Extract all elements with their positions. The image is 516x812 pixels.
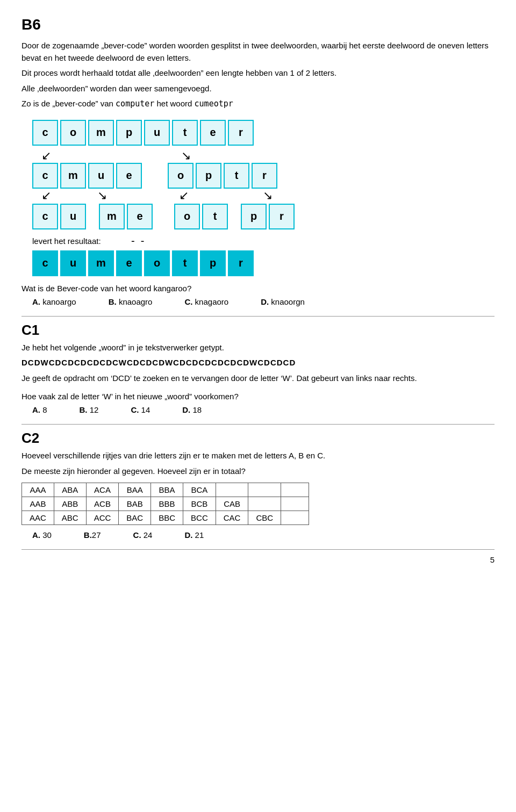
lr3d-r: r xyxy=(269,204,295,229)
lr1-o: o xyxy=(60,120,86,146)
lr2b-r: r xyxy=(252,163,277,189)
table-cell: CBC xyxy=(248,511,281,525)
lr3c-o: o xyxy=(174,204,200,229)
table-row: AAA ABA ACA BAA BBA BCA xyxy=(22,483,309,497)
opt-c1-d: D. 18 xyxy=(182,405,202,414)
lr2b-t: t xyxy=(224,163,249,189)
res-u: u xyxy=(60,250,86,276)
lr2b-o: o xyxy=(168,163,194,189)
table-cell: ACB xyxy=(86,497,119,511)
opt-c2-d: D. 21 xyxy=(184,530,204,540)
opt-c2-a: A. 30 xyxy=(32,530,52,540)
opt-c2-c: C. 24 xyxy=(133,530,153,540)
lr2b-p: p xyxy=(196,163,221,189)
c1-intro: Je hebt het volgende „woord” in je tekst… xyxy=(22,342,494,354)
lr1-e: e xyxy=(200,120,226,146)
table-cell: CAB xyxy=(216,497,248,511)
table-cell: BAC xyxy=(119,511,151,525)
lr2a-c: c xyxy=(32,163,58,189)
lr3b-m: m xyxy=(99,204,125,229)
lr1-t: t xyxy=(172,120,198,146)
c1-task: Je geeft de opdracht om ‘DCD’ te zoeken … xyxy=(22,372,494,385)
res-c: c xyxy=(32,250,58,276)
options-c1: A. 8 B. 12 C. 14 D. 18 xyxy=(32,405,494,414)
options-b6: A. kanoargo B. knaoagro C. knagaoro D. k… xyxy=(32,297,494,306)
divider-c1 xyxy=(22,316,494,317)
table-cell xyxy=(281,497,309,511)
c2-intro: Hoeveel verschillende rijtjes van drie l… xyxy=(22,450,494,462)
lr2a-m: m xyxy=(60,163,86,189)
opt-b6-a: A. kanoargo xyxy=(32,297,76,306)
table-cell xyxy=(248,497,281,511)
lr3c-t: t xyxy=(202,204,228,229)
c1-question: Hoe vaak zal de letter ‘W’ in het nieuwe… xyxy=(22,392,494,401)
res-o: o xyxy=(144,250,170,276)
table-cell: AAA xyxy=(22,483,54,497)
table-cell: ABB xyxy=(54,497,86,511)
lr1-p: p xyxy=(116,120,142,146)
table-cell: AAB xyxy=(22,497,54,511)
result-row: levert het resultaat: - - xyxy=(32,235,494,247)
table-cell: ABA xyxy=(54,483,86,497)
lr2a-u: u xyxy=(88,163,114,189)
diagram-row3b: m e xyxy=(99,204,153,229)
diagram-row3d: p r xyxy=(241,204,295,229)
lr1-u: u xyxy=(144,120,170,146)
table-row: AAC ABC ACC BAC BBC BCC CAC CBC xyxy=(22,511,309,525)
table-cell: BBA xyxy=(151,483,183,497)
table-row: AAB ABB ACB BAB BBB BCB CAB xyxy=(22,497,309,511)
opt-c1-a: A. 8 xyxy=(32,405,47,414)
bever-diagram: c o m p u t e r ↙ ↘ c m u e o p xyxy=(32,120,494,276)
opt-c1-b: B. 12 xyxy=(80,405,99,414)
lr2a-e: e xyxy=(116,163,142,189)
c2-sub: De meeste zijn hieronder al gegeven. Hoe… xyxy=(22,465,494,478)
divider-bottom xyxy=(22,549,494,550)
table-cell xyxy=(248,483,281,497)
lr3b-e: e xyxy=(127,204,153,229)
res-m: m xyxy=(88,250,114,276)
table-cell: BAB xyxy=(119,497,151,511)
lr1-c: c xyxy=(32,120,58,146)
table-cell xyxy=(281,483,309,497)
lr3a-u: u xyxy=(60,204,86,229)
c2-table: AAA ABA ACA BAA BBA BCA AAB ABB ACB BAB … xyxy=(22,483,309,525)
table-cell: BBC xyxy=(151,511,183,525)
table-cell: ACC xyxy=(86,511,119,525)
diagram-row2: c m u e o p t r xyxy=(32,163,494,189)
res-r: r xyxy=(228,250,254,276)
intro-p1: Door de zogenaamde „bever-code” worden w… xyxy=(22,40,494,64)
table-cell: BCB xyxy=(183,497,216,511)
opt-b6-d: D. knaoorgn xyxy=(261,297,305,306)
opt-b6-b: B. knaoagro xyxy=(109,297,153,306)
table-cell: BCA xyxy=(183,483,216,497)
diagram-row2a: c m u e xyxy=(32,163,142,189)
c1-code-word: DCDWCDCDCDCDCDCWCDCDCDWCDCDCDCDCDCDWCDCD… xyxy=(22,357,494,369)
intro-p3: Alle ‚deelwoorden” worden dan weer samen… xyxy=(22,83,494,95)
table-cell: ACA xyxy=(86,483,119,497)
opt-c1-c: C. 14 xyxy=(131,405,150,414)
page-number: 5 xyxy=(22,555,494,564)
res-t: t xyxy=(172,250,198,276)
question-b6: Wat is de Bever-code van het woord kanga… xyxy=(22,284,494,293)
arrows-2: ↙ ↘ ↙ ↘ xyxy=(32,190,494,203)
arrows-1: ↙ ↘ xyxy=(32,147,494,163)
table-cell: BBB xyxy=(151,497,183,511)
divider-c2 xyxy=(22,424,494,425)
lr1-m: m xyxy=(88,120,114,146)
lr3a-c: c xyxy=(32,204,58,229)
table-cell xyxy=(216,483,248,497)
lr1-r: r xyxy=(228,120,254,146)
diagram-row2b: o p t r xyxy=(168,163,277,189)
table-cell: BAA xyxy=(119,483,151,497)
section-c1-id: C1 xyxy=(22,322,494,339)
table-cell: ABC xyxy=(54,511,86,525)
opt-b6-c: C. knagaoro xyxy=(184,297,228,306)
table-cell xyxy=(281,511,309,525)
diagram-row3a: c u xyxy=(32,204,86,229)
opt-c2-b: B.27 xyxy=(84,530,101,540)
page-title: B6 xyxy=(22,16,494,33)
res-e: e xyxy=(116,250,142,276)
intro-p4: Zo is de „bever-code” van computer het w… xyxy=(22,98,494,110)
table-cell: AAC xyxy=(22,511,54,525)
table-cell: BCC xyxy=(183,511,216,525)
